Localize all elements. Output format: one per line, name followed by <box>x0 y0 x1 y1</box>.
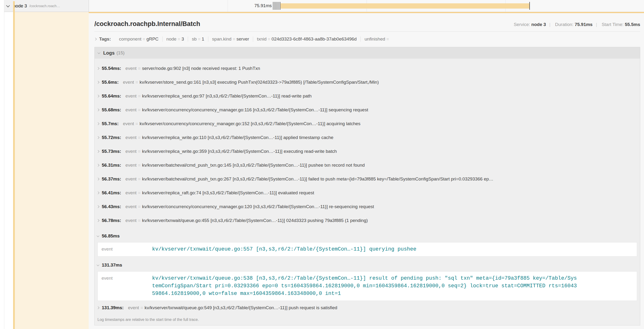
log-field-key: event <box>125 176 136 182</box>
log-row-expanded-header[interactable]: 131.37ms <box>94 260 640 271</box>
log-field-value: kv/kvserver/replica_send.go:97 [n3,s3,r6… <box>142 94 636 99</box>
log-chevron-down-icon[interactable] <box>96 264 99 266</box>
log-row[interactable]: 55.73ms: event = kv/kvserver/replica_wri… <box>94 144 640 158</box>
timeline-gridline-25 <box>228 0 228 12</box>
tag-key: span.kind <box>212 36 232 42</box>
tag-span-kind: span.kind = server <box>208 36 253 42</box>
equals-sign: = <box>138 204 140 209</box>
log-chevron-right-icon[interactable] <box>96 192 99 194</box>
tag-list: component = gRPC node = 3 sb = 1 span.ki… <box>115 36 394 42</box>
log-chevron-right-icon[interactable] <box>96 122 99 125</box>
log-field-value: kv/kvserver/replica_write.go:359 [n3,s3,… <box>142 149 636 154</box>
logs-footer-note: Log timestamps are relative to the start… <box>94 315 640 325</box>
log-timestamp: 56.85ms <box>102 234 120 239</box>
log-row[interactable]: 56.43ms: event = kv/kvserver/concurrency… <box>94 200 640 214</box>
tags-label: Tags: <box>99 36 111 42</box>
log-row[interactable]: 55.72ms: event = kv/kvserver/replica_wri… <box>94 131 640 144</box>
equals-sign: = <box>136 121 138 126</box>
span-operation-name[interactable]: /cockroach.roach… <box>29 4 60 8</box>
collapse-span-chevron-down-icon[interactable] <box>6 4 10 8</box>
tags-accordion-header[interactable]: Tags: component = gRPC node = 3 sb = 1 <box>94 35 640 43</box>
overview-separator: | <box>550 22 550 27</box>
log-field-key: event <box>125 107 136 112</box>
log-row[interactable]: 55.6ms: event = kv/kvserver/store_send.g… <box>94 75 640 89</box>
equals-sign: = <box>198 36 200 42</box>
log-chevron-right-icon[interactable] <box>96 81 99 84</box>
tag-key: unfinished <box>364 36 385 42</box>
equals-sign: = <box>386 36 389 42</box>
log-field-value: kv/kvserver/txnwait/queue.go:549 [n3,s3,… <box>145 305 637 310</box>
log-chevron-right-icon[interactable] <box>96 219 99 222</box>
log-field-value: kv/kvserver/txnwait/queue.go:455 [n3,s3,… <box>142 218 636 223</box>
log-row[interactable]: 56.78ms: event = kv/kvserver/txnwait/que… <box>94 214 640 228</box>
span-accent-strip <box>13 1 15 329</box>
log-row-expanded-header[interactable]: 56.85ms <box>94 230 640 242</box>
tag-key: component <box>119 36 141 42</box>
log-detail-card: event kv/kvserver/txnwait/queue.go:538 [… <box>98 271 637 301</box>
equals-sign: = <box>138 66 140 71</box>
tag-unfinished: unfinished = <box>360 36 394 42</box>
equals-sign: = <box>138 190 140 196</box>
span-bar-row: node 3 /cockroach.roach… 75.91ms <box>0 0 644 12</box>
start-time-value: 55.5ms <box>625 22 640 27</box>
log-field-key: event <box>128 305 139 310</box>
tag-component: component = gRPC <box>115 36 162 42</box>
log-field-key: event <box>125 66 136 71</box>
span-duration-bar[interactable] <box>280 3 529 8</box>
log-field-key: event <box>123 121 134 126</box>
log-field-key: event <box>125 190 136 196</box>
log-row[interactable]: 131.39ms: event = kv/kvserver/txnwait/qu… <box>94 301 640 315</box>
log-field-value: kv/kvserver/batcheval/cmd_push_txn.go:26… <box>142 176 636 182</box>
tag-key: sb <box>192 36 197 42</box>
span-service-name[interactable]: node 3 <box>13 3 27 8</box>
log-row[interactable]: 56.31ms: event = kv/kvserver/batcheval/c… <box>94 158 640 172</box>
log-row[interactable]: 55.54ms: event = server/node.go:902 [n3]… <box>94 62 640 75</box>
log-timestamp: 56.37ms: <box>102 176 121 182</box>
log-row[interactable]: 55.64ms: event = kv/kvserver/replica_sen… <box>94 89 640 103</box>
log-chevron-right-icon[interactable] <box>96 136 99 139</box>
log-timestamp: 55.54ms: <box>102 66 121 71</box>
log-row[interactable]: 55.68ms: event = kv/kvserver/concurrency… <box>94 103 640 117</box>
service-value: node 3 <box>531 22 546 27</box>
log-field-key: event <box>125 218 136 223</box>
log-chevron-down-icon[interactable] <box>96 234 99 237</box>
span-name-cell[interactable]: node 3 /cockroach.roach… <box>4 0 89 12</box>
tag-key: txnid <box>257 36 266 42</box>
log-timestamp: 55.64ms: <box>102 94 121 99</box>
log-field-value: kv/kvserver/concurrency/concurrency_mana… <box>142 204 636 209</box>
equals-sign: = <box>138 107 140 112</box>
equals-sign: = <box>138 135 140 140</box>
logs-chevron-down-icon[interactable] <box>98 51 100 54</box>
tag-value: 1 <box>202 36 204 42</box>
log-chevron-right-icon[interactable] <box>96 306 99 309</box>
tag-value: 3 <box>182 36 184 42</box>
log-timestamp: 55.72ms: <box>102 135 121 140</box>
span-detail-panel: /cockroach.roachpb.Internal/Batch Servic… <box>89 12 644 329</box>
logs-title: Logs <box>103 50 115 56</box>
equals-sign: = <box>232 36 235 42</box>
tag-sb: sb = 1 <box>188 36 208 42</box>
log-timestamp: 131.37ms <box>102 262 122 268</box>
equals-sign: = <box>138 218 140 223</box>
log-chevron-right-icon[interactable] <box>96 205 99 208</box>
log-row[interactable]: 55.7ms: event = kv/kvserver/concurrency/… <box>94 117 640 131</box>
log-field-value: kv/kvserver/concurrency/concurrency_mana… <box>142 107 636 112</box>
log-chevron-right-icon[interactable] <box>96 67 99 70</box>
log-timestamp: 55.6ms: <box>102 80 119 85</box>
log-chevron-right-icon[interactable] <box>96 164 99 166</box>
equals-sign: = <box>268 36 270 42</box>
log-chevron-right-icon[interactable] <box>96 108 99 111</box>
equals-sign: = <box>140 305 143 310</box>
logs-accordion-header[interactable]: Logs (15) <box>94 47 640 59</box>
log-row[interactable]: 56.41ms: event = kv/kvserver/replica_raf… <box>94 186 640 200</box>
log-field-value: kv/kvserver/store_send.go:161 [n3,s3] ex… <box>140 80 636 85</box>
start-time-label: Start Time: <box>602 22 624 27</box>
log-chevron-right-icon[interactable] <box>96 150 99 152</box>
logs-list: 55.54ms: event = server/node.go:902 [n3]… <box>94 59 640 325</box>
log-chevron-right-icon[interactable] <box>96 178 99 180</box>
log-chevron-right-icon[interactable] <box>96 95 99 97</box>
tags-chevron-right-icon[interactable] <box>94 38 96 40</box>
log-row[interactable]: 56.37ms: event = kv/kvserver/batcheval/c… <box>94 172 640 186</box>
duration-value: 75.91ms <box>575 22 592 27</box>
span-timeline-cell[interactable]: 75.91ms <box>89 0 644 12</box>
